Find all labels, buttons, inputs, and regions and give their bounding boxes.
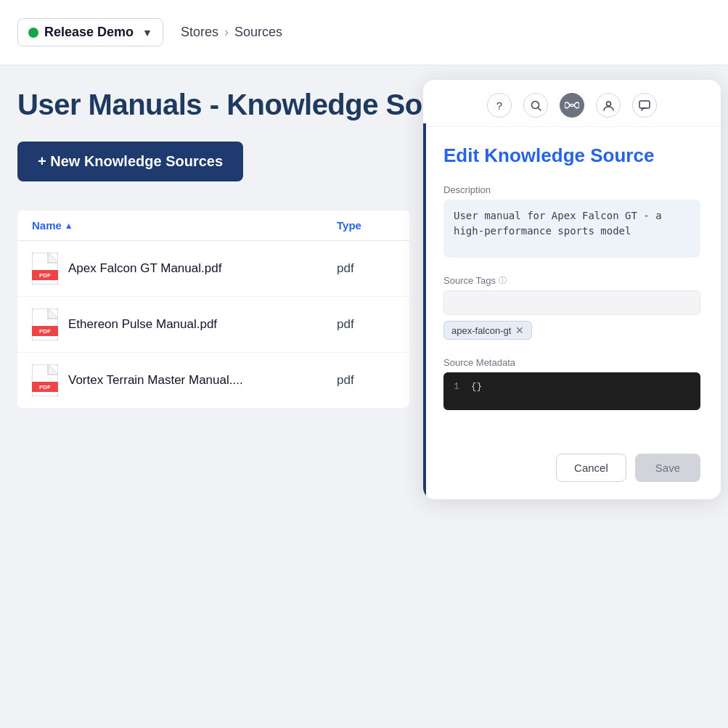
source-tags-group: Source Tags ⓘ apex-falcon-gt ✕ [443, 275, 700, 343]
pdf-file-icon: PDF [32, 364, 58, 396]
description-label: Description [443, 184, 700, 195]
file-type: pdf [337, 261, 395, 276]
breadcrumb-stores[interactable]: Stores [181, 25, 218, 40]
tag-remove-button[interactable]: ✕ [515, 324, 524, 336]
help-icon-button[interactable]: ? [487, 93, 512, 118]
breadcrumb: Stores › Sources [181, 25, 282, 40]
workspace-status-dot [28, 28, 38, 38]
table-header: Name ▲ Type [17, 210, 409, 241]
table-row[interactable]: PDF Ethereon Pulse Manual.pdf pdf [17, 297, 409, 353]
source-metadata-label: Source Metadata [443, 357, 700, 368]
file-type: pdf [337, 317, 395, 332]
metadata-line-number: 1 [454, 381, 459, 392]
table-row[interactable]: PDF Apex Falcon GT Manual.pdf pdf [17, 241, 409, 297]
metadata-content: {} [471, 381, 483, 392]
source-tags-label: Source Tags ⓘ [443, 275, 700, 286]
edit-knowledge-source-panel: ? [423, 80, 721, 499]
edit-panel-title: Edit Knowledge Source [443, 144, 700, 167]
info-icon: ⓘ [499, 275, 507, 286]
infinity-icon-button[interactable] [560, 93, 584, 118]
col-header-name[interactable]: Name ▲ [32, 219, 337, 232]
file-type: pdf [337, 373, 395, 388]
description-group: Description User manual for Apex Falcon … [443, 184, 700, 261]
description-textarea[interactable]: User manual for Apex Falcon GT - a high-… [443, 200, 700, 258]
workspace-selector[interactable]: Release Demo ▼ [17, 18, 163, 46]
svg-text:PDF: PDF [39, 384, 51, 390]
new-knowledge-source-button[interactable]: + New Knowledge Sources [17, 142, 243, 181]
source-metadata-group: Source Metadata 1 {} [443, 357, 700, 410]
breadcrumb-separator: › [224, 25, 229, 40]
panel-footer: Cancel Save [423, 442, 721, 499]
panel-accent-bar [423, 123, 426, 499]
user-icon-button[interactable] [596, 93, 621, 118]
cancel-button[interactable]: Cancel [556, 454, 626, 482]
svg-point-10 [606, 102, 610, 106]
sort-arrow-icon: ▲ [65, 221, 73, 231]
panel-body: Edit Knowledge Source Description User m… [423, 127, 721, 442]
tag-label: apex-falcon-gt [451, 325, 511, 336]
chevron-down-icon: ▼ [142, 27, 152, 38]
search-icon-button[interactable] [523, 93, 548, 118]
save-button[interactable]: Save [635, 454, 700, 482]
svg-rect-11 [639, 101, 650, 108]
workspace-name: Release Demo [44, 25, 134, 40]
file-name: Vortex Terrain Master Manual.... [68, 373, 337, 388]
file-name: Apex Falcon GT Manual.pdf [68, 261, 337, 276]
pdf-file-icon: PDF [32, 308, 58, 340]
tags-input-field[interactable] [443, 290, 700, 315]
main-content: User Manuals - Knowledge Sources + New K… [0, 65, 728, 728]
breadcrumb-sources[interactable]: Sources [234, 25, 282, 40]
pdf-file-icon: PDF [32, 253, 58, 285]
tag-apex-falcon-gt: apex-falcon-gt ✕ [443, 321, 532, 340]
file-name: Ethereon Pulse Manual.pdf [68, 317, 337, 332]
header: Release Demo ▼ Stores › Sources [0, 0, 728, 65]
chat-icon-button[interactable] [632, 93, 657, 118]
table-row[interactable]: PDF Vortex Terrain Master Manual.... pdf [17, 353, 409, 408]
knowledge-sources-table: Name ▲ Type PDF Apex Falcon GT Manual.pd… [17, 210, 409, 408]
svg-text:PDF: PDF [39, 272, 51, 279]
svg-text:PDF: PDF [39, 328, 51, 335]
metadata-editor[interactable]: 1 {} [443, 372, 700, 410]
col-header-type: Type [337, 219, 395, 232]
panel-toolbar: ? [423, 80, 721, 127]
